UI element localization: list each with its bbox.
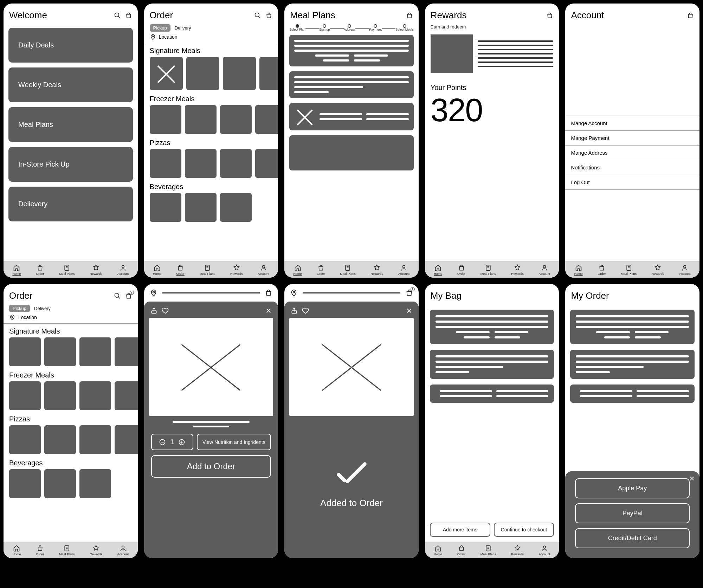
nav-rewards[interactable]: Rewards bbox=[90, 545, 102, 556]
tile-daily-deals[interactable]: Daily Deals bbox=[8, 28, 133, 63]
pin-icon[interactable] bbox=[150, 289, 157, 297]
bag-item[interactable] bbox=[430, 385, 554, 403]
bag-icon[interactable] bbox=[265, 289, 272, 297]
search-icon[interactable] bbox=[254, 12, 261, 19]
product-tile[interactable] bbox=[79, 425, 111, 454]
toggle-delivery[interactable]: Delivery bbox=[32, 305, 53, 312]
nav-meal-plans[interactable]: Meal Plans bbox=[59, 264, 75, 276]
share-icon[interactable] bbox=[291, 307, 298, 314]
share-icon[interactable] bbox=[150, 307, 157, 314]
nav-rewards[interactable]: Rewards bbox=[230, 264, 243, 276]
nav-home[interactable]: Home bbox=[574, 264, 583, 276]
product-tile[interactable] bbox=[115, 381, 138, 410]
product-tile[interactable] bbox=[9, 425, 41, 454]
heart-icon[interactable] bbox=[302, 307, 309, 314]
bag-icon[interactable] bbox=[125, 12, 132, 19]
product-tile[interactable] bbox=[9, 381, 41, 410]
pay-apple-pay[interactable]: Apple Pay bbox=[575, 478, 690, 498]
product-tile[interactable] bbox=[150, 57, 183, 90]
nav-account[interactable]: Account bbox=[398, 264, 410, 276]
product-tile[interactable] bbox=[185, 105, 217, 134]
product-tile[interactable] bbox=[185, 149, 217, 178]
order-item[interactable] bbox=[570, 310, 695, 344]
product-tile[interactable] bbox=[186, 57, 219, 90]
nav-rewards[interactable]: Rewards bbox=[90, 264, 102, 276]
add-to-order-button[interactable]: Add to Order bbox=[151, 455, 271, 478]
add-more-button[interactable]: Add more items bbox=[430, 523, 490, 537]
nav-order[interactable]: Order bbox=[36, 264, 44, 276]
nav-home[interactable]: Home bbox=[294, 264, 302, 276]
nav-rewards[interactable]: Rewards bbox=[511, 264, 524, 276]
row-manage-address[interactable]: Mange Address bbox=[565, 145, 699, 160]
product-tile[interactable] bbox=[255, 105, 278, 134]
step-dot[interactable] bbox=[323, 24, 326, 28]
product-tile[interactable] bbox=[115, 337, 138, 366]
order-item[interactable] bbox=[570, 350, 695, 379]
row-manage-account[interactable]: Mange Account bbox=[565, 116, 699, 131]
bag-item[interactable] bbox=[430, 310, 554, 344]
nav-account[interactable]: Account bbox=[117, 264, 129, 276]
search-icon[interactable] bbox=[114, 12, 121, 19]
nav-account[interactable]: Account bbox=[258, 264, 269, 276]
nav-rewards[interactable]: Rewards bbox=[652, 264, 664, 276]
step-dot[interactable] bbox=[296, 24, 299, 28]
nav-rewards[interactable]: Rewards bbox=[511, 545, 524, 556]
product-tile[interactable] bbox=[44, 381, 76, 410]
plan-card[interactable] bbox=[289, 103, 414, 130]
location-row[interactable]: Location bbox=[4, 314, 138, 323]
product-tile[interactable] bbox=[223, 57, 256, 90]
nav-account[interactable]: Account bbox=[538, 545, 550, 556]
tile-meal-plans[interactable]: Meal Plans bbox=[8, 107, 133, 142]
close-icon[interactable] bbox=[406, 308, 412, 314]
close-icon[interactable]: ✕ bbox=[689, 475, 695, 483]
bag-icon[interactable] bbox=[546, 12, 553, 19]
checkout-button[interactable]: Continue to checkout bbox=[494, 523, 554, 537]
order-item[interactable] bbox=[570, 385, 695, 403]
product-tile[interactable] bbox=[255, 149, 278, 178]
product-tile[interactable] bbox=[150, 105, 181, 134]
nav-account[interactable]: Account bbox=[117, 545, 129, 556]
nav-home[interactable]: Home bbox=[12, 264, 21, 276]
tile-weekly-deals[interactable]: Weekly Deals bbox=[8, 67, 133, 102]
nav-home[interactable]: Home bbox=[12, 545, 21, 556]
nav-order[interactable]: Order bbox=[36, 545, 44, 556]
row-notifications[interactable]: Notifications bbox=[565, 160, 699, 175]
nav-meal-plans[interactable]: Meal Plans bbox=[481, 545, 496, 556]
nav-account[interactable]: Account bbox=[538, 264, 550, 276]
nav-meal-plans[interactable]: Meal Plans bbox=[340, 264, 356, 276]
nav-meal-plans[interactable]: Meal Plans bbox=[481, 264, 496, 276]
tile-delivery[interactable]: Delievery bbox=[8, 187, 133, 221]
step-dot[interactable] bbox=[374, 24, 377, 28]
minus-icon[interactable] bbox=[159, 439, 166, 446]
bag-item[interactable] bbox=[430, 350, 554, 379]
plan-card[interactable] bbox=[289, 135, 414, 170]
close-icon[interactable] bbox=[265, 308, 272, 314]
product-tile[interactable] bbox=[79, 337, 111, 366]
heart-icon[interactable] bbox=[162, 307, 169, 314]
nav-home[interactable]: Home bbox=[434, 545, 442, 556]
nav-account[interactable]: Account bbox=[679, 264, 691, 276]
row-log-out[interactable]: Log Out bbox=[565, 175, 699, 190]
nav-meal-plans[interactable]: Meal Plans bbox=[59, 545, 75, 556]
product-tile[interactable] bbox=[259, 57, 278, 90]
nav-home[interactable]: Home bbox=[434, 264, 442, 276]
nav-order[interactable]: Order bbox=[317, 264, 325, 276]
product-tile[interactable] bbox=[44, 425, 76, 454]
bag-icon[interactable]: 1 bbox=[125, 292, 132, 299]
nav-order[interactable]: Order bbox=[598, 264, 606, 276]
product-tile[interactable] bbox=[220, 193, 252, 222]
product-tile[interactable] bbox=[220, 149, 252, 178]
pin-icon[interactable] bbox=[290, 289, 298, 297]
row-manage-payment[interactable]: Mange Payment bbox=[565, 130, 699, 146]
toggle-pickup[interactable]: Pickup bbox=[9, 305, 30, 312]
product-tile[interactable] bbox=[185, 193, 217, 222]
nav-order[interactable]: Order bbox=[176, 264, 185, 276]
step-dot[interactable] bbox=[348, 24, 351, 28]
bag-icon[interactable] bbox=[265, 12, 272, 19]
plus-icon[interactable] bbox=[178, 439, 185, 446]
product-tile[interactable] bbox=[9, 337, 41, 366]
plan-card[interactable] bbox=[289, 35, 414, 66]
tile-pickup[interactable]: In-Store Pick Up bbox=[8, 147, 133, 182]
product-tile[interactable] bbox=[79, 469, 111, 498]
toggle-delivery[interactable]: Delivery bbox=[173, 24, 193, 32]
